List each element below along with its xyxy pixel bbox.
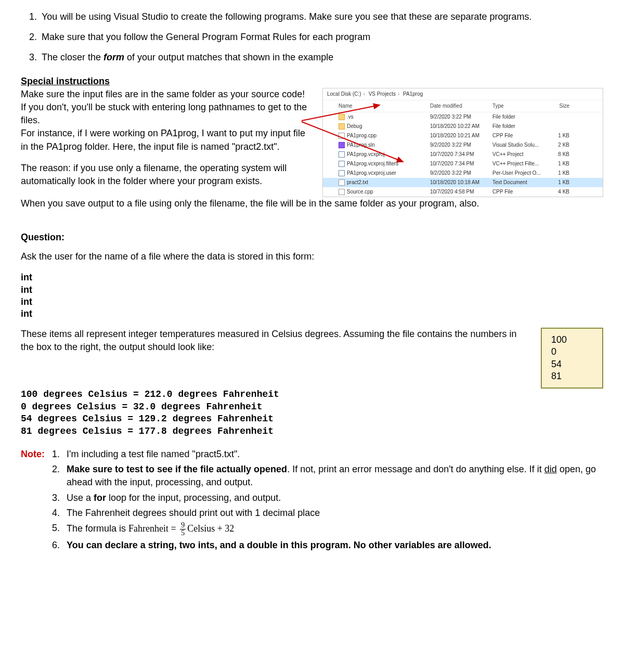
note-list: 1.I'm including a test file named "pract… <box>52 448 603 554</box>
note-item: 1.I'm including a test file named "pract… <box>52 448 603 461</box>
special-instructions-title: Special instructions <box>21 75 603 88</box>
arrow-bottom-icon <box>302 119 406 166</box>
note-item: 5.The formula is Fahrenheit = 95Celsius … <box>52 522 603 537</box>
question-desc: These items all represent integer temper… <box>21 328 525 354</box>
breadcrumb: Local Disk (C:)› VS Projects› PA1prog <box>323 88 603 100</box>
file-explorer-screenshot: Local Disk (C:)› VS Projects› PA1prog Na… <box>322 88 603 197</box>
svg-line-1 <box>302 105 380 121</box>
note-label: Note: <box>21 448 52 554</box>
file-row: PA1prog.vcxproj.user9/2/2020 3:22 PMPer-… <box>323 169 603 178</box>
file-row: Source.cpp10/7/2020 4:58 PMCPP File4 KB <box>323 187 603 197</box>
file-icon <box>339 189 345 195</box>
svg-line-3 <box>302 122 403 162</box>
file-icon <box>339 179 345 186</box>
note-item: 6.You can declare a string, two ints, an… <box>52 539 603 552</box>
note-item: 3.Use a for loop for the input, processi… <box>52 492 603 505</box>
expected-output: 100 degrees Celsius = 212.0 degrees Fahr… <box>21 389 603 437</box>
intro-item-3: 3. The closer the form of your output ma… <box>21 51 603 64</box>
intro-item-1: 1. You will be using Visual Studio to cr… <box>21 10 603 23</box>
intro-item-2: 2. Make sure that you follow the General… <box>21 31 603 44</box>
question-title: Question: <box>21 231 603 244</box>
special-p1: Make sure the input files are in the sam… <box>21 88 312 153</box>
intro-numbered-list: 1. You will be using Visual Studio to cr… <box>21 10 603 64</box>
sample-file-box: 10005481 <box>541 328 603 389</box>
file-row: pract2.txt10/18/2020 10:18 AMText Docume… <box>323 178 603 187</box>
note-item: 2.Make sure to test to see if the file a… <box>52 463 603 489</box>
type-list: intintintint <box>21 272 603 320</box>
special-p3: When you save output to a file using onl… <box>21 197 603 210</box>
special-p2: The reason: if you use only a filename, … <box>21 162 312 188</box>
note-item: 4.The Fahrenheit degrees should print ou… <box>52 507 603 520</box>
proj-icon <box>339 170 345 176</box>
question-prompt: Ask the user for the name of a file wher… <box>21 250 603 263</box>
